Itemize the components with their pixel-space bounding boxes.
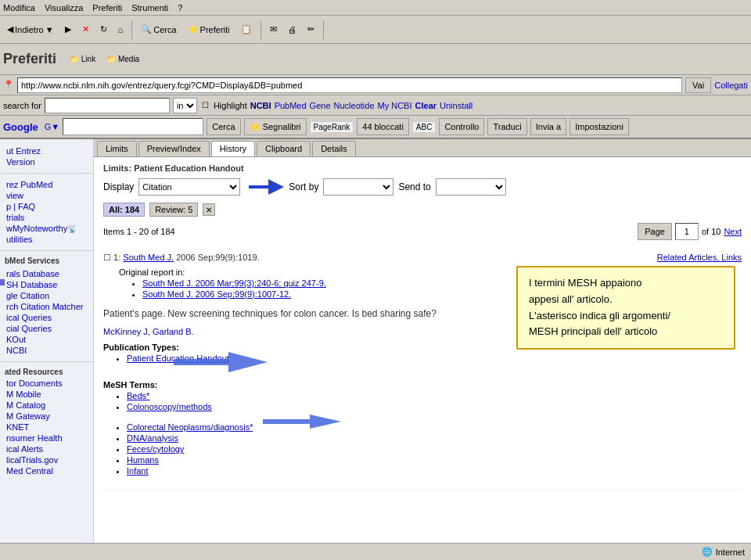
home-button[interactable]: ⌂	[114, 23, 128, 37]
sidebar-link-faq[interactable]: p | FAQ	[5, 201, 88, 212]
refresh-button[interactable]: ↻	[96, 22, 111, 37]
sidebar-link-entrez[interactable]: ut Entrez	[5, 145, 88, 156]
sidebar-link-version[interactable]: Version	[5, 156, 88, 167]
sidebar-link-consumer[interactable]: nsumer Health	[5, 433, 88, 443]
mesh-term-humans[interactable]: Humans	[127, 455, 159, 465]
sidebar-link-mobile[interactable]: M Mobile	[5, 389, 88, 400]
mesh-term-beds[interactable]: Beds*	[127, 391, 149, 400]
sidebar-link-clinical-queries[interactable]: ical Queries	[5, 312, 88, 323]
page-label-btn: Page	[638, 223, 672, 240]
gene-link[interactable]: Gene	[310, 101, 331, 110]
favorites-button[interactable]: ⭐ Preferiti	[184, 22, 234, 37]
article-journal-link[interactable]: South Med J.	[123, 253, 174, 262]
send-select[interactable]	[436, 178, 506, 196]
bloccati-btn[interactable]: 44 bloccati	[357, 118, 409, 135]
menu-help[interactable]: ?	[178, 3, 182, 13]
of-10-label: of 10	[702, 227, 720, 236]
my-ncbi-link[interactable]: My NCBI	[378, 101, 412, 110]
mesh-term-feces[interactable]: Feces/cytology	[127, 444, 184, 454]
preferiti-btn-2[interactable]: 📁 Media	[102, 52, 143, 66]
sidebar-link-ncbi[interactable]: NCBI	[5, 345, 88, 356]
sidebar-link-gateway[interactable]: M Gateway	[5, 411, 88, 422]
sidebar-link-special-queries[interactable]: cial Queries	[5, 323, 88, 334]
sort-select[interactable]	[323, 178, 393, 196]
ncbi-label[interactable]: NCBI	[250, 101, 271, 110]
menu-modifica[interactable]: Modifica	[3, 3, 35, 13]
impostazioni-btn[interactable]: Impostazioni	[570, 118, 629, 135]
sidebar-link-mesh[interactable]: SH Database	[5, 279, 88, 290]
traduci-btn[interactable]: Traduci	[487, 118, 526, 135]
mesh-term-infant[interactable]: Infant	[127, 466, 149, 476]
google-cerca-btn[interactable]: Cerca	[207, 118, 240, 135]
menu-preferiti[interactable]: Preferiti	[92, 3, 122, 13]
review-badge[interactable]: Review: 5	[149, 203, 198, 217]
ref-link-2[interactable]: South Med J. 2006 Sep;99(9):1007-12.	[142, 289, 291, 299]
tab-limits[interactable]: Limits	[97, 141, 137, 156]
sidebar-link-lout[interactable]: KOut	[5, 334, 88, 345]
tab-clipboard[interactable]: Clipboard	[257, 141, 311, 156]
display-select[interactable]: Citation Abstract MEDLINE XML	[138, 178, 240, 196]
stop-button[interactable]: ✕	[78, 22, 93, 37]
sidebar-link-alerts[interactable]: ical Alerts	[5, 443, 88, 454]
go-button[interactable]: Vai	[685, 77, 711, 93]
tab-preview[interactable]: Preview/Index	[138, 141, 210, 156]
google-search-input[interactable]	[63, 118, 203, 135]
related-articles-link[interactable]: Related Articles, Links	[657, 253, 742, 262]
clear-filter-btn[interactable]: ✕	[203, 203, 215, 216]
controllo-btn[interactable]: Controllo	[439, 118, 484, 135]
sidebar-title-services: bMed Services	[5, 257, 88, 265]
sidebar-link-lknet[interactable]: KNET	[5, 422, 88, 433]
mesh-term-colorectal[interactable]: Colorectal Neoplasms/diagnosis*	[127, 422, 253, 432]
refresh-icon: ↻	[100, 24, 107, 34]
pubmed-link[interactable]: PubMed	[275, 101, 307, 110]
collegati-link[interactable]: Collegati	[714, 81, 748, 90]
sidebar-link-noteworthy[interactable]: wMyNoteworthy 📡	[5, 223, 88, 234]
ref-link-1[interactable]: South Med J. 2006 Mar;99(3):240-6; quiz …	[142, 278, 326, 288]
sidebar-link-single-citation[interactable]: gle Citation	[5, 290, 88, 301]
tab-history[interactable]: History	[211, 141, 255, 156]
mesh-term-colonoscopy[interactable]: Colonoscopy/methods	[127, 402, 212, 411]
forward-button[interactable]: ▶	[61, 22, 75, 37]
nucleotide-link[interactable]: Nucleotide	[334, 101, 375, 110]
highlight-btn[interactable]: ☐	[200, 101, 210, 109]
tab-details[interactable]: Details	[312, 141, 356, 156]
google-toolbar: Google G▼ Cerca ⭐ Segnalibri PageRank 44…	[0, 116, 751, 139]
print-button[interactable]: 🖨	[284, 23, 300, 37]
article-checkbox[interactable]: ☐	[103, 253, 111, 262]
sidebar-link-journals[interactable]: rals Database	[5, 268, 88, 279]
search-button[interactable]: 🔍 Cerca	[137, 22, 180, 37]
sidebar-link-utilities[interactable]: utilities	[5, 234, 88, 245]
menu-visualizza[interactable]: Visualizza	[45, 3, 83, 13]
sidebar-section-services: bMed Services rals Database SH Database …	[0, 253, 93, 359]
all-badge: All: 184	[103, 203, 145, 217]
ncbi-search-input[interactable]	[45, 98, 170, 113]
svg-rect-1	[0, 279, 5, 285]
sidebar-link-citation-matcher[interactable]: rch Citation Matcher	[5, 301, 88, 312]
page-input[interactable]	[675, 223, 699, 240]
mesh-terms-label: MeSH Terms:	[103, 380, 157, 389]
menu-strumenti[interactable]: Strumenti	[131, 3, 168, 13]
clear-btn[interactable]: Clear	[415, 101, 437, 110]
sidebar-link-trials[interactable]: licalTrials.gov	[5, 454, 88, 465]
google-segnalibri-btn[interactable]: ⭐ Segnalibri	[244, 118, 307, 135]
sidebar-link-medcentral[interactable]: Med Central	[5, 465, 88, 476]
sidebar-link-loc-docs[interactable]: tor Documents	[5, 378, 88, 389]
back-button[interactable]: ◀ Indietro ▼	[3, 22, 58, 37]
mesh-term-dna[interactable]: DNA/analysis	[127, 433, 178, 443]
address-input[interactable]	[17, 77, 682, 93]
history-button[interactable]: 📋	[237, 22, 256, 37]
next-link[interactable]: Next	[724, 227, 742, 236]
sidebar-link-catalog[interactable]: M Catalog	[5, 400, 88, 411]
sidebar-link-view[interactable]: view	[5, 190, 88, 201]
invia-btn[interactable]: Invia a	[530, 118, 566, 135]
sidebar-link-trials[interactable]: trials	[5, 212, 88, 223]
google-g-btn[interactable]: G▼	[45, 122, 59, 131]
mail-button[interactable]: ✉	[266, 22, 281, 37]
ncbi-in-select[interactable]: in	[173, 98, 197, 113]
sidebar-link-pubmed[interactable]: rez PubMed	[5, 179, 88, 190]
sidebar-divider-2	[0, 250, 93, 251]
edit-button[interactable]: ✏	[304, 22, 318, 37]
annotation-line1: I termini MESH appaiono	[529, 277, 642, 289]
uninstall-link[interactable]: Uninstall	[440, 101, 473, 110]
preferiti-btn-1[interactable]: 📁 Link	[66, 52, 99, 66]
